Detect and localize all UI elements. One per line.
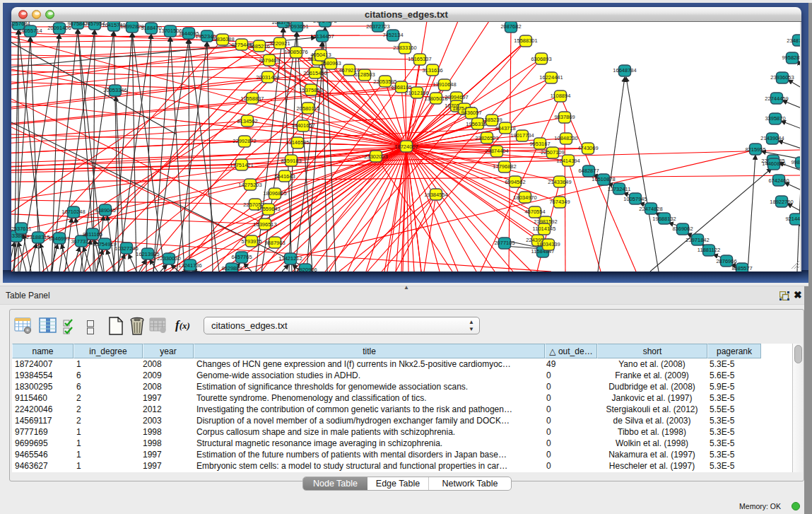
svg-text:19836388: 19836388 <box>211 36 234 42</box>
svg-text:22093651: 22093651 <box>285 23 308 30</box>
svg-text:7674349: 7674349 <box>549 199 570 205</box>
svg-text:15375853: 15375853 <box>299 87 322 93</box>
svg-text:23833160: 23833160 <box>393 45 416 51</box>
svg-text:12414394: 12414394 <box>556 158 579 164</box>
svg-text:1385239: 1385239 <box>481 117 502 123</box>
svg-text:16224441: 16224441 <box>539 74 563 81</box>
svg-text:9275445: 9275445 <box>231 42 252 48</box>
svg-text:20580115: 20580115 <box>297 105 320 112</box>
svg-text:16510878: 16510878 <box>592 176 615 182</box>
svg-text:9887903: 9887903 <box>264 240 285 246</box>
svg-text:5685216: 5685216 <box>249 43 269 49</box>
svg-text:8646997: 8646997 <box>49 235 69 242</box>
svg-text:14460856: 14460856 <box>762 160 785 167</box>
svg-text:21439044: 21439044 <box>760 135 784 141</box>
svg-text:20994697: 20994697 <box>445 94 468 100</box>
svg-text:11558837: 11558837 <box>241 95 264 102</box>
svg-text:8029889: 8029889 <box>221 265 242 271</box>
svg-text:15588301: 15588301 <box>514 37 537 44</box>
svg-text:23936053: 23936053 <box>770 74 794 81</box>
svg-text:9436057: 9436057 <box>461 110 481 116</box>
svg-text:5641643: 5641643 <box>274 173 295 180</box>
svg-text:13241736: 13241736 <box>178 262 201 269</box>
svg-text:6128503: 6128503 <box>354 71 375 78</box>
svg-text:10057945: 10057945 <box>623 196 647 202</box>
svg-text:22744459: 22744459 <box>765 95 788 102</box>
svg-text:13421212: 13421212 <box>278 255 302 262</box>
svg-text:22330030: 22330030 <box>157 255 180 262</box>
svg-text:18724007: 18724007 <box>394 144 418 150</box>
svg-text:1108894: 1108894 <box>551 93 571 99</box>
svg-text:8359183: 8359183 <box>281 158 301 164</box>
svg-text:19085076: 19085076 <box>284 49 307 55</box>
svg-text:4389045: 4389045 <box>95 207 115 214</box>
svg-text:9837869: 9837869 <box>554 114 575 120</box>
svg-text:23188315: 23188315 <box>26 234 49 240</box>
svg-text:18922760: 18922760 <box>770 199 793 205</box>
svg-text:2537611: 2537611 <box>11 226 31 232</box>
svg-text:15165337: 15165337 <box>408 56 431 62</box>
svg-text:20053346: 20053346 <box>103 87 126 93</box>
svg-text:2087682: 2087682 <box>500 23 521 30</box>
svg-text:13146585: 13146585 <box>286 139 309 146</box>
svg-text:6742460: 6742460 <box>768 177 789 184</box>
svg-text:21433649: 21433649 <box>548 179 571 185</box>
svg-text:12920906: 12920906 <box>293 267 317 271</box>
svg-text:10710248: 10710248 <box>61 209 85 215</box>
svg-text:18096865: 18096865 <box>263 190 286 197</box>
svg-text:16648784: 16648784 <box>613 67 636 74</box>
svg-text:22507109: 22507109 <box>541 149 564 156</box>
svg-text:13754919: 13754919 <box>93 241 116 247</box>
svg-text:13732411: 13732411 <box>608 186 631 192</box>
svg-text:10327246: 10327246 <box>114 245 138 252</box>
svg-text:6306893: 6306893 <box>531 56 551 62</box>
svg-text:23302033: 23302033 <box>364 153 387 160</box>
svg-text:3395870: 3395870 <box>765 115 785 122</box>
svg-text:10848230: 10848230 <box>554 135 577 141</box>
svg-text:18034339: 18034339 <box>536 241 560 247</box>
svg-text:4743069: 4743069 <box>577 145 598 151</box>
svg-text:8079409: 8079409 <box>259 57 279 64</box>
svg-text:2876966: 2876966 <box>716 258 736 264</box>
svg-text:17559643: 17559643 <box>257 206 280 212</box>
svg-text:14275203: 14275203 <box>238 182 261 188</box>
svg-text:9953167: 9953167 <box>529 141 550 147</box>
svg-text:9983893: 9983893 <box>791 159 801 165</box>
svg-text:3220921: 3220921 <box>269 40 290 47</box>
svg-text:19384554: 19384554 <box>424 192 447 198</box>
svg-text:20615450: 20615450 <box>303 70 326 76</box>
svg-text:23826523: 23826523 <box>475 135 498 141</box>
svg-text:22992872: 22992872 <box>233 138 256 144</box>
svg-text:19017734: 19017734 <box>510 132 534 139</box>
svg-text:7452134: 7452134 <box>382 32 403 38</box>
svg-text:5793975: 5793975 <box>241 238 261 245</box>
svg-text:3131636: 3131636 <box>422 67 442 74</box>
svg-text:23971842: 23971842 <box>686 237 709 243</box>
svg-text:2077105: 2077105 <box>494 240 514 246</box>
svg-text:14055714: 14055714 <box>18 28 42 34</box>
svg-text:18034970: 18034970 <box>513 194 536 201</box>
svg-text:17751421: 17751421 <box>230 162 253 168</box>
svg-text:9958289: 9958289 <box>782 54 801 61</box>
svg-text:14401657: 14401657 <box>291 122 314 129</box>
svg-text:23874404: 23874404 <box>485 148 508 154</box>
svg-text:8369062: 8369062 <box>672 226 693 232</box>
svg-text:11014145: 11014145 <box>533 226 556 232</box>
svg-text:6482877: 6482877 <box>578 168 599 174</box>
svg-text:4050413: 4050413 <box>310 52 331 58</box>
svg-text:23487347: 23487347 <box>787 37 801 44</box>
svg-text:2580963: 2580963 <box>320 60 341 66</box>
svg-text:20031404: 20031404 <box>256 74 279 81</box>
svg-text:13910648: 13910648 <box>433 81 456 88</box>
svg-text:8685577: 8685577 <box>731 265 752 271</box>
svg-text:8215955: 8215955 <box>745 146 765 153</box>
svg-text:19688132: 19688132 <box>652 216 676 222</box>
svg-text:17796882: 17796882 <box>493 163 516 170</box>
svg-text:21754078: 21754078 <box>313 22 336 24</box>
svg-text:16396513: 16396513 <box>253 221 276 228</box>
svg-text:8134562: 8134562 <box>237 118 257 124</box>
svg-text:16213925: 16213925 <box>136 251 159 257</box>
svg-text:13134457: 13134457 <box>310 33 334 40</box>
svg-text:6994562: 6994562 <box>505 179 525 185</box>
svg-text:6457765: 6457765 <box>231 254 252 260</box>
